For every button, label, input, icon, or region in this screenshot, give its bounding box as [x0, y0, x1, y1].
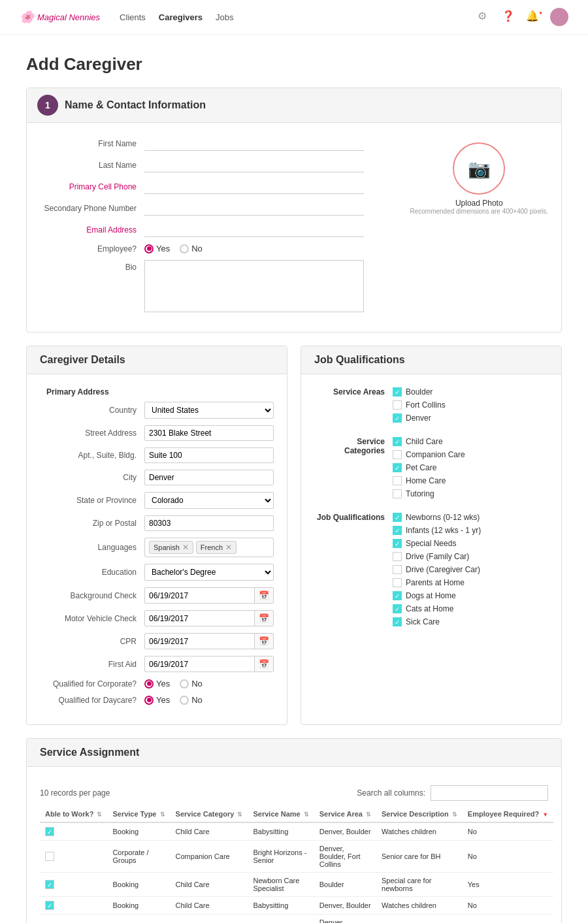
cat-home-care[interactable]: Home Care: [393, 476, 465, 485]
daycare-yes[interactable]: Yes: [144, 695, 170, 705]
col-description[interactable]: Service Description ⇅: [376, 806, 463, 822]
cat-child-care[interactable]: ✓ Child Care: [393, 437, 465, 446]
cat-tutoring[interactable]: Tutoring: [393, 489, 465, 498]
qual-parents-at-home-cb[interactable]: [393, 578, 402, 587]
bg-check-input[interactable]: [145, 589, 254, 603]
col-able-to-work[interactable]: Able to Work? ⇅: [40, 806, 107, 822]
area-boulder-cb[interactable]: ✓: [393, 387, 402, 397]
row-able-4[interactable]: [40, 915, 107, 924]
search-input[interactable]: [431, 785, 548, 801]
row-able-0[interactable]: ✓: [40, 822, 107, 841]
area-fort-collins-cb[interactable]: [393, 400, 402, 410]
daycare-no-radio[interactable]: [180, 696, 189, 705]
qual-cats-at-home-cb[interactable]: ✓: [393, 604, 402, 613]
area-boulder[interactable]: ✓ Boulder: [393, 387, 446, 397]
qual-drive-family[interactable]: Drive (Family Car): [393, 552, 481, 561]
cat-tutoring-cb[interactable]: [393, 489, 402, 498]
qual-special-needs-cb[interactable]: ✓: [393, 539, 402, 548]
education-select[interactable]: Bachelor's Degree: [144, 564, 274, 581]
row-able-1[interactable]: [40, 841, 107, 873]
settings-icon[interactable]: ⚙: [478, 10, 492, 24]
job-qual-body: Service Areas ✓ Boulder Fort Collins ✓: [301, 374, 561, 646]
cat-pet-care-cb[interactable]: ✓: [393, 463, 402, 472]
corp-no[interactable]: No: [180, 679, 203, 688]
bio-textarea[interactable]: [144, 260, 364, 312]
upload-label: Upload Photo: [455, 199, 503, 208]
secondary-phone-input[interactable]: [144, 201, 364, 216]
area-fort-collins[interactable]: Fort Collins: [393, 400, 446, 410]
corp-yes[interactable]: Yes: [144, 679, 170, 688]
email-input[interactable]: [144, 222, 364, 237]
first-name-input[interactable]: [144, 136, 364, 151]
qual-drive-caregiver[interactable]: Drive (Caregiver Car): [393, 565, 481, 574]
first-aid-input[interactable]: [145, 657, 254, 672]
country-select[interactable]: United States: [144, 402, 274, 419]
cat-companion-care-cb[interactable]: [393, 450, 402, 459]
bell-icon[interactable]: 🔔●: [526, 10, 540, 24]
row-able-3[interactable]: ✓: [40, 897, 107, 915]
upload-area: 📷 Upload Photo Recommended dimensions ar…: [410, 142, 548, 319]
row-able-2[interactable]: ✓: [40, 873, 107, 897]
col-service-name[interactable]: Service Name ⇅: [248, 806, 314, 822]
service-areas-row: Service Areas ✓ Boulder Fort Collins ✓: [314, 387, 548, 427]
bio-row: Bio: [40, 260, 364, 312]
nav-caregivers[interactable]: Caregivers: [159, 12, 203, 22]
bg-check-date: 📅: [144, 587, 274, 604]
col-service-type[interactable]: Service Type ⇅: [107, 806, 170, 822]
col-category[interactable]: Service Category ⇅: [171, 806, 248, 822]
qual-parents-at-home[interactable]: Parents at Home: [393, 578, 481, 587]
qual-infants-cb[interactable]: ✓: [393, 526, 402, 535]
employee-no[interactable]: No: [180, 244, 203, 253]
employee-yes-radio[interactable]: [144, 244, 154, 253]
remove-french[interactable]: ✕: [225, 543, 232, 552]
languages-tags[interactable]: Spanish ✕ French ✕: [144, 538, 274, 557]
primary-cell-input[interactable]: [144, 179, 364, 194]
street-input[interactable]: [144, 425, 274, 441]
table-row: Corporate / Groups Companion Care Bright…: [40, 841, 553, 873]
col-area[interactable]: Service Area ⇅: [314, 806, 376, 822]
bg-check-calendar-icon[interactable]: 📅: [254, 588, 273, 603]
apt-input[interactable]: [144, 447, 274, 463]
nav-jobs[interactable]: Jobs: [216, 12, 233, 22]
corp-yes-radio[interactable]: [144, 679, 154, 688]
city-input[interactable]: [144, 470, 274, 485]
qual-special-needs[interactable]: ✓ Special Needs: [393, 539, 481, 548]
cpr-calendar-icon[interactable]: 📅: [254, 634, 273, 649]
area-denver[interactable]: ✓ Denver: [393, 413, 446, 423]
qual-drive-family-cb[interactable]: [393, 552, 402, 561]
daycare-yes-radio[interactable]: [144, 696, 154, 705]
qual-newborns-cb[interactable]: ✓: [393, 513, 402, 522]
qual-sick-care[interactable]: ✓ Sick Care: [393, 617, 481, 626]
languages-row: Languages Spanish ✕ French ✕: [40, 538, 274, 557]
employee-yes[interactable]: Yes: [144, 244, 170, 253]
qual-sick-care-cb[interactable]: ✓: [393, 617, 402, 626]
cat-home-care-cb[interactable]: [393, 476, 402, 485]
remove-spanish[interactable]: ✕: [182, 543, 189, 552]
corp-no-radio[interactable]: [180, 679, 189, 688]
qual-dogs-at-home-cb[interactable]: ✓: [393, 591, 402, 600]
first-aid-calendar-icon[interactable]: 📅: [254, 656, 273, 672]
help-icon[interactable]: ❓: [502, 10, 516, 24]
row-description-3: Watches children: [376, 897, 463, 915]
cpr-input[interactable]: [145, 634, 254, 649]
cat-pet-care[interactable]: ✓ Pet Care: [393, 463, 465, 472]
state-select[interactable]: Colorado: [144, 492, 274, 509]
daycare-no[interactable]: No: [180, 695, 203, 705]
area-denver-cb[interactable]: ✓: [393, 413, 402, 423]
zip-input[interactable]: [144, 515, 274, 531]
cat-child-care-cb[interactable]: ✓: [393, 437, 402, 446]
employee-no-radio[interactable]: [180, 244, 189, 253]
qual-infants[interactable]: ✓ Infants (12 wks - 1 yr): [393, 526, 481, 535]
qual-drive-caregiver-cb[interactable]: [393, 565, 402, 574]
upload-button[interactable]: 📷: [453, 142, 505, 195]
mv-check-input[interactable]: [145, 611, 254, 626]
qual-cats-at-home[interactable]: ✓ Cats at Home: [393, 604, 481, 613]
col-employee-req[interactable]: Employee Required? ▼: [463, 806, 553, 822]
mv-check-calendar-icon[interactable]: 📅: [254, 611, 273, 626]
user-avatar[interactable]: [550, 8, 568, 26]
cat-companion-care[interactable]: Companion Care: [393, 450, 465, 459]
qual-dogs-at-home[interactable]: ✓ Dogs at Home: [393, 591, 481, 600]
nav-clients[interactable]: Clients: [120, 12, 146, 22]
qual-newborns[interactable]: ✓ Newborns (0-12 wks): [393, 513, 481, 522]
last-name-input[interactable]: [144, 157, 364, 172]
